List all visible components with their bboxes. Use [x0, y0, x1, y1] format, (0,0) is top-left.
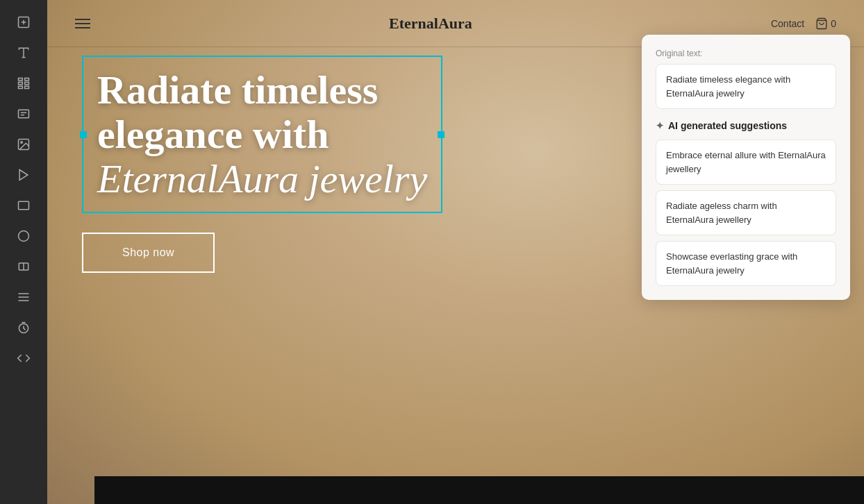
original-text-label: Original text:	[656, 49, 836, 58]
hero-title-line1: Radiate timeless	[97, 67, 378, 112]
ai-section-title-text: AI generated suggestions	[668, 120, 787, 131]
image-icon[interactable]	[10, 131, 38, 158]
left-toolbar	[0, 0, 47, 504]
hero-title-line2: elegance with	[97, 112, 329, 157]
nav-cart-button[interactable]: 0	[815, 17, 836, 30]
code-icon[interactable]	[10, 344, 38, 372]
rectangle-icon[interactable]	[10, 192, 38, 219]
hamburger-menu-icon[interactable]	[75, 19, 90, 28]
svg-rect-8	[25, 86, 29, 88]
ai-sparkle-icon: ✦	[656, 120, 664, 131]
text-icon[interactable]	[10, 39, 38, 67]
svg-rect-7	[19, 86, 23, 88]
original-text-box: Radiate timeless elegance with EternalAu…	[656, 64, 836, 109]
svg-rect-15	[19, 201, 29, 210]
site-logo: EternalAura	[389, 15, 472, 33]
video-icon[interactable]	[10, 161, 38, 189]
hero-text-box[interactable]: Radiate timeless elegance with EternalAu…	[82, 56, 442, 213]
svg-rect-9	[19, 110, 29, 118]
cart-count: 0	[831, 18, 836, 29]
svg-rect-4	[25, 78, 29, 81]
suggestion-1[interactable]: Embrace eternal allure with EternalAura …	[656, 140, 836, 185]
nav-contact-link[interactable]: Contact	[771, 18, 804, 29]
nav-right-section: Contact 0	[771, 17, 836, 30]
circle-icon[interactable]	[10, 222, 38, 250]
hero-title-italic: EternalAura jewelry	[97, 156, 427, 201]
main-area: EternalAura Contact 0 Radiate timeless	[47, 0, 864, 504]
rows-icon[interactable]	[10, 283, 38, 311]
hero-title: Radiate timeless elegance with EternalAu…	[97, 68, 427, 201]
add-section-icon[interactable]	[10, 8, 38, 36]
caption-icon[interactable]	[10, 100, 38, 128]
shop-now-button[interactable]: Shop now	[82, 233, 215, 273]
grid-icon[interactable]	[10, 69, 38, 97]
hero-content: Radiate timeless elegance with EternalAu…	[82, 56, 442, 273]
suggestion-2[interactable]: Radiate ageless charm with EternalAura j…	[656, 190, 836, 235]
svg-point-13	[21, 142, 22, 144]
columns-icon[interactable]	[10, 253, 38, 280]
svg-point-16	[19, 231, 29, 242]
ai-suggestions-panel: Original text: Radiate timeless elegance…	[642, 35, 850, 300]
svg-rect-6	[25, 82, 29, 84]
svg-rect-3	[19, 78, 23, 81]
suggestion-3[interactable]: Showcase everlasting grace with EternalA…	[656, 241, 836, 286]
timer-icon[interactable]	[10, 314, 38, 342]
ai-section-title: ✦ AI generated suggestions	[656, 120, 836, 131]
svg-rect-5	[19, 82, 23, 84]
bottom-bar	[94, 476, 864, 504]
svg-marker-14	[19, 170, 28, 180]
